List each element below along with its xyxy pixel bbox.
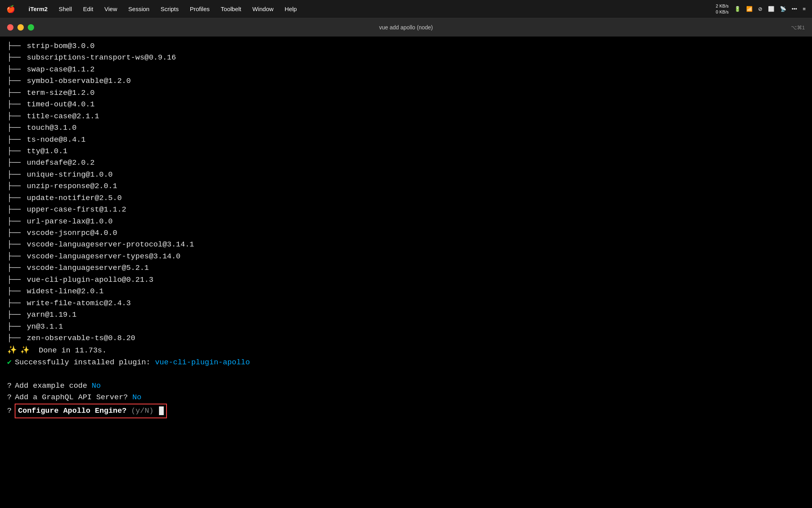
tree-branch-icon: ├── <box>7 321 25 333</box>
package-name: swap-case@1.1.2 <box>27 64 95 75</box>
package-name: zen-observable-ts@0.8.20 <box>27 333 136 344</box>
package-name: touch@3.1.0 <box>27 122 77 134</box>
package-name: vscode-languageserver-protocol@3.14.1 <box>27 239 194 250</box>
package-name: strip-bom@3.0.0 <box>27 40 95 52</box>
package-name: subscriptions-transport-ws@0.9.16 <box>27 52 176 64</box>
package-list-item: ├── zen-observable-ts@0.8.20 <box>7 333 805 344</box>
screenmirror-icon[interactable]: ⬜ <box>768 6 774 12</box>
menu-extras-icon[interactable]: ≡ <box>802 6 806 12</box>
tree-branch-icon: ├── <box>7 333 25 344</box>
menu-item-edit[interactable]: Edit <box>77 4 99 14</box>
maximize-button[interactable] <box>28 24 34 31</box>
package-list-item: ├── timed-out@4.0.1 <box>7 99 805 110</box>
package-name: undefsafe@2.0.2 <box>27 157 95 169</box>
apple-menu-icon[interactable]: 🍎 <box>6 5 15 13</box>
q3-options: (y/N) <box>126 405 158 417</box>
menu-item-profiles[interactable]: Profiles <box>184 4 215 14</box>
package-name: yarn@1.19.1 <box>27 309 77 321</box>
package-list-item: ├── touch@3.1.0 <box>7 122 805 134</box>
package-list-item: ├── tty@1.0.1 <box>7 146 805 157</box>
package-list-item: ├── swap-case@1.1.2 <box>7 64 805 75</box>
tree-branch-icon: ├── <box>7 227 25 239</box>
package-list-item: ├── strip-bom@3.0.0 <box>7 40 805 52</box>
package-list-item: ├── vue-cli-plugin-apollo@0.21.3 <box>7 274 805 286</box>
menu-item-scripts[interactable]: Scripts <box>155 4 184 14</box>
minimize-button[interactable] <box>17 24 24 31</box>
tree-branch-icon: ├── <box>7 157 25 169</box>
tree-branch-icon: ├── <box>7 134 25 146</box>
tree-branch-icon: ├── <box>7 181 25 192</box>
tree-branch-icon: ├── <box>7 146 25 157</box>
package-name: timed-out@4.0.1 <box>27 99 95 110</box>
success-line: ✔ Successfully installed plugin: vue-cli… <box>7 357 805 368</box>
q1-answer: No <box>92 380 101 392</box>
tree-branch-icon: ├── <box>7 239 25 250</box>
package-name: update-notifier@2.5.0 <box>27 192 122 204</box>
menu-item-session[interactable]: Session <box>123 4 155 14</box>
active-prompt-line[interactable]: ? Configure Apollo Engine? (y/N) <box>7 404 805 418</box>
close-button[interactable] <box>7 24 13 31</box>
done-line: ✨ ✨ Done in 11.73s. <box>7 344 805 356</box>
package-list-item: ├── unzip-response@2.0.1 <box>7 181 805 192</box>
q3-mark: ? <box>7 405 11 417</box>
package-name: ts-node@8.4.1 <box>27 134 86 146</box>
tree-branch-icon: ├── <box>7 216 25 227</box>
success-prefix: Successfully installed plugin: <box>15 357 155 368</box>
tree-branch-icon: ├── <box>7 87 25 99</box>
battery-icon[interactable]: 🔋 <box>734 6 741 12</box>
tree-branch-icon: ├── <box>7 309 25 321</box>
titlebar: vue add apollo (node) ⌥⌘1 <box>0 18 812 37</box>
package-name: upper-case-first@1.1.2 <box>27 204 126 216</box>
package-list-item: ├── write-file-atomic@2.4.3 <box>7 298 805 309</box>
airdrop-icon[interactable]: 📡 <box>780 6 786 12</box>
done-text: ✨ Done in 11.73s. <box>20 345 107 356</box>
q1-text: Add example code <box>15 380 92 392</box>
blank-line-1 <box>7 368 805 380</box>
menubar: 🍎 iTerm2 Shell Edit View Session Scripts… <box>0 0 812 18</box>
package-name: yn@3.1.1 <box>27 321 63 333</box>
tree-branch-icon: ├── <box>7 192 25 204</box>
terminal-content[interactable]: ├── strip-bom@3.0.0├── subscriptions-tra… <box>0 37 812 508</box>
package-list-item: ├── vscode-languageserver-types@3.14.0 <box>7 251 805 262</box>
q3-text: Configure Apollo Engine? <box>18 405 126 417</box>
plugin-name: vue-cli-plugin-apollo <box>155 357 250 368</box>
package-list-item: ├── yn@3.1.1 <box>7 321 805 333</box>
tree-branch-icon: ├── <box>7 75 25 87</box>
upload-speed: 2 KB/s <box>716 3 728 9</box>
sparkle-icon: ✨ <box>7 344 17 356</box>
tree-branch-icon: ├── <box>7 111 25 122</box>
package-list-item: ├── subscriptions-transport-ws@0.9.16 <box>7 52 805 64</box>
more-icon[interactable]: ••• <box>792 6 797 12</box>
package-name: vue-cli-plugin-apollo@0.21.3 <box>27 274 153 286</box>
tree-branch-icon: ├── <box>7 262 25 274</box>
package-list-item: ├── update-notifier@2.5.0 <box>7 192 805 204</box>
package-list-item: ├── upper-case-first@1.1.2 <box>7 204 805 216</box>
tree-branch-icon: ├── <box>7 64 25 75</box>
menu-item-shell[interactable]: Shell <box>53 4 77 14</box>
package-list-item: ├── unique-string@1.0.0 <box>7 169 805 181</box>
prompt-box[interactable]: Configure Apollo Engine? (y/N) <box>15 404 167 418</box>
tree-branch-icon: ├── <box>7 122 25 134</box>
package-list-item: ├── yarn@1.19.1 <box>7 309 805 321</box>
checkmark-icon: ✔ <box>7 357 11 368</box>
q1-mark: ? <box>7 380 11 392</box>
package-name: url-parse-lax@1.0.0 <box>27 216 113 227</box>
wifi-icon[interactable]: 📶 <box>746 6 753 12</box>
package-name: write-file-atomic@2.4.3 <box>27 298 131 309</box>
question1-line: ? Add example code No <box>7 380 805 392</box>
menu-item-view[interactable]: View <box>99 4 123 14</box>
window-controls <box>7 24 34 31</box>
menu-item-toolbelt[interactable]: Toolbelt <box>215 4 247 14</box>
package-name: widest-line@2.0.1 <box>27 286 104 297</box>
tab-shortcut: ⌥⌘1 <box>791 25 805 31</box>
q2-text: Add a GraphQL API Server? <box>15 392 132 403</box>
dnd-icon[interactable]: ⊘ <box>758 6 762 12</box>
tree-branch-icon: ├── <box>7 40 25 52</box>
package-name: vscode-languageserver-types@3.14.0 <box>27 251 181 262</box>
tree-branch-icon: ├── <box>7 286 25 297</box>
menu-item-iterm2[interactable]: iTerm2 <box>23 4 53 14</box>
menu-item-window[interactable]: Window <box>247 4 279 14</box>
menu-item-help[interactable]: Help <box>279 4 303 14</box>
download-speed: 0 KB/s <box>716 9 728 15</box>
package-list-item: ├── title-case@2.1.1 <box>7 111 805 122</box>
